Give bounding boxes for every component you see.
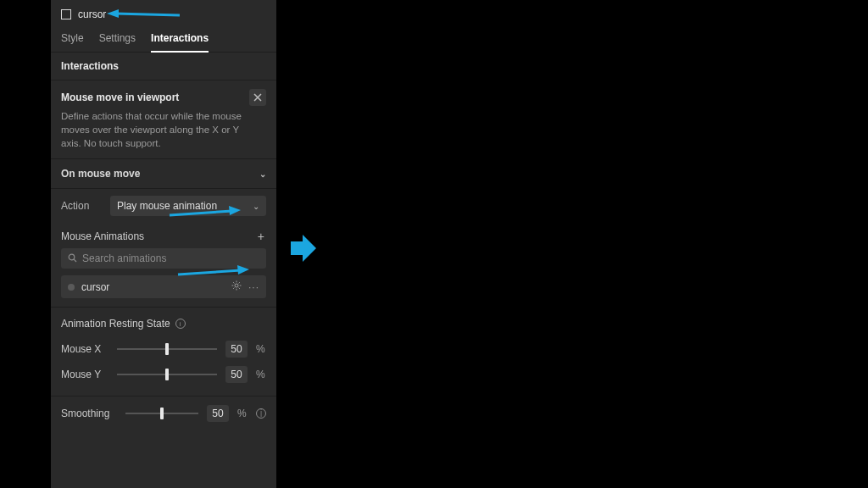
tab-settings[interactable]: Settings (99, 27, 136, 52)
slider-thumb[interactable] (165, 369, 169, 380)
search-animations-input[interactable]: Search animations (61, 248, 266, 269)
tab-interactions[interactable]: Interactions (151, 27, 209, 53)
annotation-arrow-big (291, 235, 316, 262)
section-header-interactions: Interactions (51, 53, 276, 80)
svg-line-7 (233, 282, 234, 283)
chevron-down-icon: ⌄ (253, 202, 259, 211)
smoothing-label: Smoothing (61, 408, 117, 419)
selected-element-name: cursor (78, 8, 106, 20)
interactions-panel: cursor Style Settings Interactions Inter… (51, 0, 276, 488)
mouse-animations-label: Mouse Animations (61, 230, 144, 242)
add-animation-button[interactable]: + (256, 230, 266, 243)
mouse-animations-header: Mouse Animations + (51, 223, 276, 248)
smoothing-value[interactable]: 50 (207, 405, 229, 422)
close-icon (253, 93, 262, 102)
mouse-y-row: Mouse Y 50 % (61, 362, 266, 387)
trigger-title: Mouse move in viewport (61, 92, 179, 103)
chevron-down-icon: ⌄ (259, 169, 266, 179)
gear-icon[interactable] (231, 280, 242, 293)
svg-line-10 (233, 288, 234, 289)
action-select[interactable]: Play mouse animation ⌄ (110, 196, 266, 216)
search-icon (68, 253, 77, 264)
element-icon (61, 9, 71, 19)
svg-point-2 (235, 284, 238, 287)
animation-status-dot (68, 284, 75, 291)
info-icon[interactable]: i (175, 319, 186, 329)
panel-tabs: Style Settings Interactions (51, 27, 276, 53)
resting-state-title: Animation Resting State (61, 318, 170, 330)
selected-element-row[interactable]: cursor (51, 0, 276, 27)
mouse-x-slider[interactable] (117, 348, 217, 350)
remove-trigger-button[interactable] (249, 89, 266, 106)
svg-point-0 (69, 254, 75, 260)
mouse-y-slider[interactable] (117, 374, 217, 375)
action-row: Action Play mouse animation ⌄ (51, 189, 276, 223)
mouse-y-unit: % (256, 369, 266, 380)
trigger-description: Define actions that occur while the mous… (61, 109, 266, 150)
tab-style[interactable]: Style (61, 27, 84, 52)
smoothing-slider[interactable] (125, 413, 198, 414)
animation-item[interactable]: cursor ··· (61, 275, 266, 298)
svg-line-9 (239, 282, 240, 283)
action-selected-value: Play mouse animation (117, 200, 217, 212)
on-mouse-move-header[interactable]: On mouse move ⌄ (51, 159, 276, 189)
mouse-x-value[interactable]: 50 (225, 341, 248, 358)
more-icon[interactable]: ··· (248, 281, 259, 293)
svg-marker-17 (291, 235, 316, 262)
mouse-y-value[interactable]: 50 (225, 366, 248, 383)
on-mouse-move-title: On mouse move (61, 168, 140, 180)
smoothing-unit: % (237, 408, 248, 419)
mouse-x-unit: % (256, 343, 266, 355)
slider-thumb[interactable] (160, 408, 164, 419)
info-icon[interactable]: i (256, 408, 266, 419)
trigger-block: Mouse move in viewport Define actions th… (51, 80, 276, 159)
resting-state-section: Animation Resting State i Mouse X 50 % M… (51, 307, 276, 396)
smoothing-row: Smoothing 50 % i (51, 396, 276, 430)
mouse-x-label: Mouse X (61, 343, 108, 355)
search-placeholder: Search animations (82, 252, 166, 264)
mouse-y-label: Mouse Y (61, 369, 108, 380)
svg-line-8 (239, 288, 240, 289)
action-label: Action (61, 200, 102, 212)
mouse-x-row: Mouse X 50 % (61, 336, 266, 362)
svg-line-1 (74, 259, 76, 262)
animation-name: cursor (81, 281, 225, 293)
slider-thumb[interactable] (165, 343, 169, 355)
